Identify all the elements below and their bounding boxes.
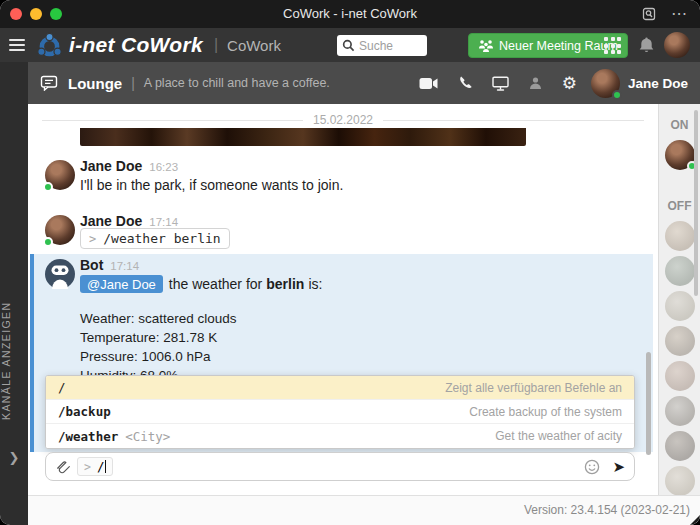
date-divider-label: 15.02.2022 <box>313 113 373 127</box>
autocomplete-item-slash[interactable]: / Zeigt alle verfügbaren Befehle an <box>46 376 634 400</box>
offline-user-avatar[interactable] <box>665 221 695 251</box>
autocomplete-command: /backup <box>58 404 111 419</box>
composer-prefix: > <box>84 460 91 474</box>
command-message-chip: > /weather berlin <box>80 228 230 249</box>
message-author-avatar[interactable] <box>45 215 75 245</box>
weather-report: Weather: scattered clouds Temperature: 2… <box>80 309 237 385</box>
autocomplete-description: Get the weather of acity <box>495 429 622 443</box>
status-footer: Version: 23.4.154 (2023-02-21) <box>28 495 700 525</box>
mention-pill[interactable]: @Jane Doe <box>80 275 163 293</box>
inet-cowork-logo-icon <box>36 32 63 59</box>
attach-paperclip-icon[interactable] <box>55 459 70 475</box>
message-author[interactable]: Jane Doe16:23 <box>80 158 178 174</box>
search-icon <box>342 39 355 52</box>
command-text: /weather berlin <box>103 231 220 246</box>
message-author[interactable]: Bot17:14 <box>80 257 139 273</box>
online-status-dot <box>43 237 53 247</box>
presence-scrollbar-thumb[interactable] <box>694 110 698 296</box>
message-composer[interactable]: > / ➤ <box>45 452 635 481</box>
meeting-group-icon <box>478 39 494 53</box>
apps-grid-icon[interactable] <box>604 37 621 54</box>
autocomplete-description: Zeigt alle verfügbaren Befehle an <box>445 381 622 395</box>
bot-text-after: is: <box>308 276 322 292</box>
navbar: i-net CoWork | CoWork Neuer Meeting Raum <box>0 28 700 62</box>
online-user-avatar[interactable] <box>665 140 695 170</box>
message-time: 16:23 <box>149 161 178 173</box>
date-divider: 15.02.2022 <box>42 113 644 127</box>
weather-line: Weather: scattered clouds <box>80 309 237 328</box>
autocomplete-description: Create backup of the system <box>469 405 622 419</box>
chevron-right-icon[interactable]: ❯ <box>0 450 28 465</box>
online-status-dot <box>612 90 622 100</box>
message-text: I'll be in the park, if someone wants to… <box>80 177 343 193</box>
bot-text-highlight: berlin <box>266 276 304 292</box>
autocomplete-item-weather[interactable]: /weather <City> Get the weather of acity <box>46 424 634 448</box>
offline-user-avatar[interactable] <box>665 326 695 356</box>
offline-user-avatar[interactable] <box>665 291 695 321</box>
offline-user-avatar[interactable] <box>665 431 695 461</box>
autocomplete-argument: <City> <box>125 429 170 444</box>
more-options-icon[interactable]: ⋯ <box>671 0 688 28</box>
bot-text-before: the weather for <box>169 276 262 292</box>
message-list: 15.02.2022 Jane Doe16:23 I'll be in the … <box>28 104 658 495</box>
offline-user-avatar[interactable] <box>665 466 695 496</box>
presenter-icon[interactable] <box>528 76 543 91</box>
message-time: 17:14 <box>149 216 178 228</box>
channel-name[interactable]: Lounge <box>68 75 122 92</box>
hamburger-menu-icon[interactable] <box>9 39 25 51</box>
message-time: 17:14 <box>110 260 139 272</box>
window-title: CoWork - i-net CoWork <box>0 0 700 28</box>
offline-user-avatar[interactable] <box>665 396 695 426</box>
channels-rail: KANÄLE ANZEIGEN ❯ ⚙ <box>0 62 28 525</box>
show-channels-toggle[interactable]: KANÄLE ANZEIGEN <box>0 272 28 450</box>
page-search-icon[interactable] <box>641 6 657 22</box>
offline-user-avatar[interactable] <box>665 256 695 286</box>
phone-call-icon[interactable] <box>457 75 473 91</box>
channel-chat-icon <box>40 75 58 91</box>
presence-sidebar: ON OFF <box>658 104 700 495</box>
message-author[interactable]: Jane Doe17:14 <box>80 213 178 229</box>
channel-settings-gear-icon[interactable]: ⚙ <box>562 75 577 92</box>
send-message-icon[interactable]: ➤ <box>612 459 625 474</box>
autocomplete-item-backup[interactable]: /backup Create backup of the system <box>46 400 634 424</box>
weather-line: Temperature: 281.78 K <box>80 328 237 347</box>
header-user-name: Jane Doe <box>628 76 688 91</box>
command-autocomplete-popup: / Zeigt alle verfügbaren Befehle an /bac… <box>45 375 635 449</box>
channel-topic: A place to chill and have a coffee. <box>144 76 330 90</box>
message-author-avatar[interactable] <box>45 160 75 190</box>
text-caret <box>105 460 106 473</box>
app-window: CoWork - i-net CoWork ⋯ i-net CoWork | C… <box>0 0 700 525</box>
header-user-avatar[interactable] <box>591 69 620 98</box>
autocomplete-command: /weather <box>58 429 118 444</box>
new-meeting-room-label: Neuer Meeting Raum <box>499 39 618 53</box>
coffee-photo-attachment[interactable] <box>80 128 526 146</box>
screen-share-icon[interactable] <box>492 76 509 91</box>
weather-line: Pressure: 1006.0 hPa <box>80 347 237 366</box>
chat-scrollbar-thumb[interactable] <box>646 352 651 455</box>
emoji-smiley-icon[interactable] <box>584 459 600 475</box>
brand-title: i-net CoWork <box>69 33 203 57</box>
command-prefix: > <box>89 232 96 246</box>
window-resize-grip[interactable] <box>690 515 700 525</box>
offline-user-avatar[interactable] <box>665 361 695 391</box>
composer-value: / <box>97 459 105 474</box>
online-status-dot <box>43 182 53 192</box>
channel-header: Lounge | A place to chill and have a cof… <box>28 62 700 104</box>
notifications-bell-icon[interactable] <box>638 36 655 58</box>
autocomplete-command: / <box>58 380 66 395</box>
version-label: Version: 23.4.154 (2023-02-21) <box>524 496 690 525</box>
search-input[interactable] <box>359 39 419 53</box>
workspace-name: CoWork <box>227 37 281 54</box>
nav-user-avatar[interactable] <box>664 32 690 58</box>
video-call-icon[interactable] <box>419 77 438 90</box>
search-box[interactable] <box>337 35 427 56</box>
titlebar: CoWork - i-net CoWork ⋯ <box>0 0 700 28</box>
composer-command-chip[interactable]: > / <box>77 457 113 476</box>
bot-avatar-icon[interactable] <box>45 259 75 289</box>
